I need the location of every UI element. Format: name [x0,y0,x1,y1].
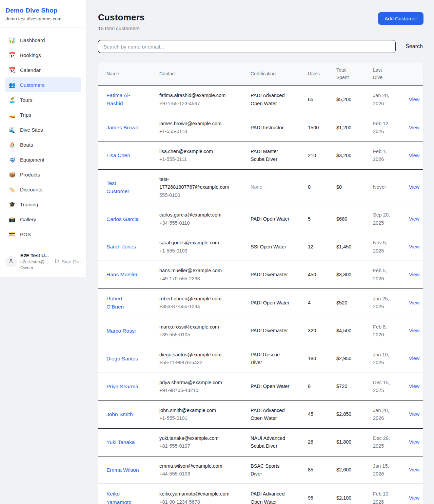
table-row: James Brownjames.brown@example.com+1-555… [98,114,423,142]
customer-name-link[interactable]: James Brown [106,124,138,132]
customer-dives: 180 [304,345,332,373]
sidebar-item-boats[interactable]: ⛵Boats [5,137,81,152]
sidebar-item-dashboard[interactable]: 📊Dashboard [5,33,81,48]
sign-out-button[interactable]: Sign Out [54,258,81,265]
view-customer-link[interactable]: View [409,216,419,222]
sidebar-item-calendar[interactable]: 📆Calendar [5,62,81,77]
customer-total-spent: $680 [332,205,369,233]
page-header: Customers 15 total customers Add Custome… [98,12,423,31]
customer-name-link[interactable]: Robert O'Brien [106,295,139,311]
user-role: Owner [20,265,51,271]
customer-phone: +1-555-0111 [159,155,242,163]
customer-name-link[interactable]: Emma Wilson [106,466,139,474]
search-button[interactable]: Search [405,42,423,51]
table-row: Emma Wilsonemma.wilson@example.com+44-55… [98,456,423,484]
customer-phone: 555-0100 [159,191,242,199]
sidebar-item-bookings[interactable]: 📅Bookings [5,48,81,62]
customer-last-dive: Jan 15, 2026 [373,462,394,478]
customer-name-link[interactable]: Carlos Garcia [106,215,139,223]
customer-email: keiko.yamamoto@example.com [159,490,231,498]
add-customer-button[interactable]: Add Customer [378,12,423,25]
customer-certification: SSI Open Water [251,243,290,251]
customer-dives: 8 [304,373,332,400]
sidebar: Demo Dive Shop demo.test.divestreams.com… [0,0,86,277]
customer-dives: 0 [304,169,332,205]
customer-name-link[interactable]: Hans Mueller [106,270,137,279]
customer-name-link[interactable]: Diego Santos [106,355,138,363]
sidebar-item-products[interactable]: 📦Products [5,167,81,182]
person-icon [8,258,14,265]
customer-name-link[interactable]: Fatima Al-Rashid [106,91,139,108]
view-customer-link[interactable]: View [409,153,419,158]
sidebar-item-trips[interactable]: 🚤Trips [5,107,81,122]
customer-dives: 12 [304,233,332,261]
discounts-icon: 🏷️ [9,186,16,193]
sidebar-item-dive-sites[interactable]: 🌊Dive Sites [5,122,81,137]
equipment-icon: 🤿 [9,156,16,163]
table-row: Robert O'Brienrobert.obrien@example.com+… [98,289,423,317]
view-customer-link[interactable]: View [409,244,419,249]
customer-name-link[interactable]: Test Customer [106,179,139,195]
sidebar-item-pos[interactable]: 💳POS [5,227,81,242]
view-customer-link[interactable]: View [409,328,419,333]
table-row: Diego Santosdiego.santos@example.com+55-… [98,345,423,373]
customer-name-link[interactable]: Lisa Chen [106,151,130,160]
sidebar-item-training[interactable]: 🎓Training [5,197,81,212]
customer-name-link[interactable]: Keiko Yamamoto [106,490,139,504]
sidebar-item-equipment[interactable]: 🤿Equipment [5,152,81,167]
customer-total-spent: $1,800 [332,428,369,456]
col-header-contact: Contact [155,62,246,86]
search-input[interactable] [98,40,396,53]
view-customer-link[interactable]: View [409,184,419,190]
customer-count: 15 total customers [98,25,145,31]
customer-dives: 450 [304,261,332,289]
sidebar-item-tours[interactable]: 🏝️Tours [5,92,81,107]
customer-last-dive: Dec 15, 2025 [373,379,394,395]
customer-last-dive: Jan 20, 2026 [373,407,394,423]
view-customer-link[interactable]: View [409,495,419,501]
customer-email: emma.wilson@example.com [159,462,231,470]
trips-icon: 🚤 [9,112,16,118]
table-row: Sarah Jonessarah.jones@example.com+1-555… [98,233,423,261]
customer-total-spent: $5,200 [332,86,369,114]
customer-last-dive: Jan 25, 2026 [373,295,394,311]
view-customer-link[interactable]: View [409,439,419,445]
view-customer-link[interactable]: View [409,467,419,472]
training-icon: 🎓 [9,201,16,208]
customer-dives: 85 [304,456,332,484]
customer-total-spent: $520 [332,289,369,317]
sign-out-icon [54,258,60,265]
sidebar-item-customers[interactable]: 👥Customers [5,77,81,92]
customer-phone: +971-55-123-4567 [159,100,242,108]
customer-last-dive: Jan 10, 2026 [373,351,394,367]
view-customer-link[interactable]: View [409,125,419,130]
customer-total-spent: $4,500 [332,317,369,345]
sidebar-item-gallery[interactable]: 📸Gallery [5,212,81,227]
col-header-total-spent: Total Spent [332,62,369,86]
gallery-icon: 📸 [9,216,16,223]
customer-email: test-1772681807767@example.com [159,175,231,191]
view-customer-link[interactable]: View [409,384,419,389]
customer-name-link[interactable]: Marco Rossi [106,327,136,335]
customer-name-link[interactable]: Priya Sharma [106,382,138,391]
customer-dives: 65 [304,86,332,114]
customer-phone: +1-555-0113 [159,128,242,135]
customer-name-link[interactable]: Yuki Tanaka [106,438,135,446]
view-customer-link[interactable]: View [409,272,419,277]
table-row: Priya Sharmapriya.sharma@example.com+91-… [98,373,423,400]
sidebar-item-discounts[interactable]: 🏷️Discounts [5,182,81,197]
bookings-icon: 📅 [9,52,16,58]
customer-total-spent: $2,100 [332,484,369,504]
view-customer-link[interactable]: View [409,300,419,305]
shop-header: Demo Dive Shop demo.test.divestreams.com [0,0,86,28]
customer-name-link[interactable]: John Smith [106,410,133,418]
customer-name-link[interactable]: Sarah Jones [106,243,136,251]
view-customer-link[interactable]: View [409,411,419,417]
sidebar-item-label: Products [20,172,40,178]
customer-total-spent: $3,800 [332,261,369,289]
sign-out-label: Sign Out [62,259,81,264]
customer-email: yuki.tanaka@example.com [159,434,231,442]
customer-certification: PADI Master Scuba Diver [251,148,290,164]
view-customer-link[interactable]: View [409,97,419,102]
view-customer-link[interactable]: View [409,356,419,361]
